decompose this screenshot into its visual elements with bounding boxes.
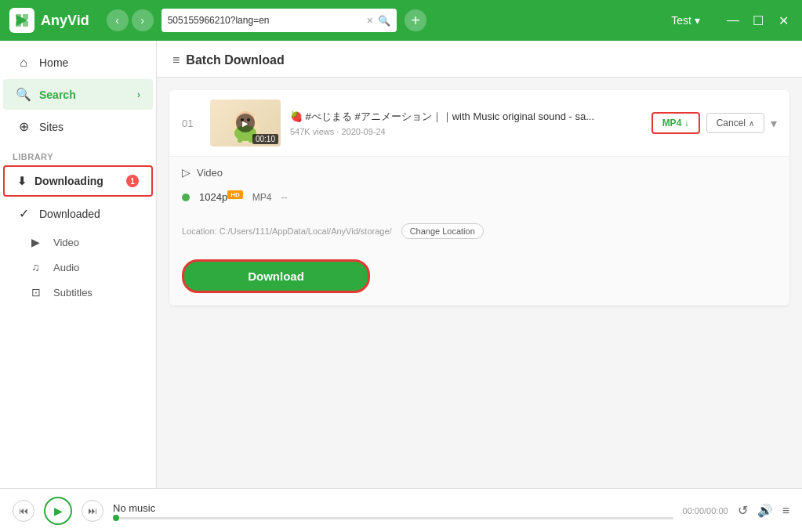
player-progress-dot <box>113 515 119 521</box>
player-volume-button[interactable]: 🔊 <box>757 503 773 518</box>
hd-badge: HD <box>227 190 243 199</box>
add-tab-button[interactable]: + <box>405 9 426 31</box>
format-label: MP4 <box>252 192 272 203</box>
sidebar-item-sites-label: Sites <box>39 121 64 133</box>
nav-back-button[interactable]: ‹ <box>107 9 129 31</box>
player-previous-button[interactable]: ⏮ <box>13 500 34 522</box>
video-section-icon: ▷ <box>182 166 191 179</box>
player-repeat-button[interactable]: ↺ <box>738 503 748 518</box>
user-menu-button[interactable]: Test ▾ <box>665 11 706 30</box>
content-body: 01 <box>157 78 802 488</box>
svg-rect-4 <box>23 21 28 27</box>
nav-arrows: ‹ › <box>107 9 154 31</box>
search-icon: 🔍 <box>378 15 390 27</box>
player-progress-bar[interactable] <box>113 517 673 519</box>
sidebar-item-search[interactable]: 🔍 Search › <box>3 79 153 110</box>
play-overlay-icon: ▶ <box>236 114 255 132</box>
downloading-icon: ⬇ <box>17 175 27 187</box>
svg-rect-2 <box>23 14 28 20</box>
app-logo: AnyVid <box>9 8 89 33</box>
video-section-label: Video <box>197 167 223 179</box>
video-section-header: ▷ Video <box>182 166 777 179</box>
sidebar-item-audio[interactable]: ♫ Audio <box>3 255 153 279</box>
mp4-format-button[interactable]: MP4 ↓ <box>651 112 700 134</box>
video-meta: 547K views · 2020-09-24 <box>290 127 642 136</box>
video-title: 🍓 #べじまる #アニメーション｜｜with Music original so… <box>290 110 604 124</box>
batch-icon: ≡ <box>172 53 180 67</box>
sidebar-item-downloaded[interactable]: ✓ Downloaded <box>3 198 153 229</box>
page-header: ≡ Batch Download <box>157 41 802 78</box>
bottom-player: ⏮ ▶ ⏭ No music 00:00/00:00 ↺ 🔊 ≡ <box>0 488 802 532</box>
video-number: 01 <box>182 118 201 129</box>
sidebar-item-downloaded-label: Downloaded <box>39 208 100 220</box>
expand-button[interactable]: ▾ <box>771 116 777 131</box>
player-time: 00:00/00:00 <box>683 506 728 516</box>
video-header-row: 01 <box>169 90 789 157</box>
cancel-chevron-icon: ∧ <box>749 119 754 128</box>
user-chevron-icon: ▾ <box>695 14 700 27</box>
video-duration: 00:10 <box>252 134 278 144</box>
maximize-button[interactable]: ☐ <box>749 11 768 30</box>
nav-forward-button[interactable]: › <box>132 9 154 31</box>
svg-rect-3 <box>16 21 21 27</box>
content-area: ≡ Batch Download 01 <box>157 41 802 488</box>
player-next-button[interactable]: ⏭ <box>82 500 103 522</box>
search-chevron-icon: › <box>137 89 140 100</box>
user-name: Test <box>671 14 691 27</box>
search-sidebar-icon: 🔍 <box>16 87 31 102</box>
sidebar-item-home-label: Home <box>39 56 68 69</box>
player-controls-right: ↺ 🔊 ≡ <box>738 503 789 518</box>
sidebar-item-home[interactable]: ⌂ Home <box>3 48 153 78</box>
logo-icon <box>9 8 34 33</box>
subtitles-icon: ⊡ <box>31 286 45 299</box>
quality-option-row: 1024pHD MP4 -- <box>182 186 777 208</box>
close-button[interactable]: ✕ <box>774 11 793 30</box>
sidebar-item-search-label: Search <box>39 89 76 101</box>
download-button-section: Download <box>169 252 789 306</box>
library-section-label: Library <box>0 143 156 165</box>
video-date: 2020-09-24 <box>341 127 385 136</box>
main-layout: ⌂ Home 🔍 Search › ⊕ Sites Library ⬇ Down… <box>0 41 802 488</box>
player-track-title: No music <box>113 502 673 514</box>
video-options-section: ▷ Video 1024pHD MP4 -- <box>169 157 789 214</box>
video-icon: ▶ <box>31 236 45 248</box>
video-card: 01 <box>169 90 789 306</box>
sidebar-item-subtitles-label: Subtitles <box>53 287 93 299</box>
location-path: Location: C:/Users/111/AppData/Local/Any… <box>182 226 392 236</box>
sites-icon: ⊕ <box>16 119 31 134</box>
minimize-button[interactable]: — <box>724 11 742 30</box>
player-play-button[interactable]: ▶ <box>44 497 72 525</box>
quality-indicator <box>182 194 190 201</box>
video-actions: MP4 ↓ Cancel ∧ ▾ <box>651 112 777 134</box>
quality-label: 1024pHD <box>199 191 243 203</box>
sidebar-item-video[interactable]: ▶ Video <box>3 230 153 254</box>
home-icon: ⌂ <box>16 56 31 70</box>
video-views: 547K views <box>290 127 334 136</box>
cancel-button[interactable]: Cancel ∧ <box>706 113 764 133</box>
downloaded-icon: ✓ <box>16 206 31 221</box>
title-bar: AnyVid ‹ › 505155966210?lang=en × 🔍 + Te… <box>0 0 802 41</box>
video-thumbnail: ▶ 00:10 <box>210 100 281 147</box>
url-close-icon[interactable]: × <box>367 14 373 27</box>
sidebar-item-audio-label: Audio <box>53 262 79 273</box>
page-title: Batch Download <box>186 53 284 67</box>
downloading-badge: 1 <box>126 175 139 187</box>
dash-label: -- <box>281 192 287 203</box>
sidebar: ⌂ Home 🔍 Search › ⊕ Sites Library ⬇ Down… <box>0 41 157 488</box>
audio-icon: ♫ <box>31 261 45 273</box>
window-controls: — ☐ ✕ <box>724 11 793 30</box>
location-row: Location: C:/Users/111/AppData/Local/Any… <box>182 217 777 245</box>
url-bar[interactable]: 505155966210?lang=en × 🔍 <box>161 9 397 32</box>
svg-rect-1 <box>16 14 21 20</box>
sidebar-item-sites[interactable]: ⊕ Sites <box>3 111 153 142</box>
download-button[interactable]: Download <box>182 259 370 293</box>
app-title: AnyVid <box>41 13 89 29</box>
sidebar-item-downloading[interactable]: ⬇ Downloading 1 <box>3 165 153 197</box>
sidebar-item-video-label: Video <box>53 237 79 248</box>
player-queue-button[interactable]: ≡ <box>782 504 789 518</box>
video-info: 🍓 #べじまる #アニメーション｜｜with Music original so… <box>290 110 642 136</box>
change-location-button[interactable]: Change Location <box>401 223 484 239</box>
player-track: No music <box>113 502 673 519</box>
location-section: Location: C:/Users/111/AppData/Local/Any… <box>169 214 789 252</box>
sidebar-item-subtitles[interactable]: ⊡ Subtitles <box>3 280 153 304</box>
